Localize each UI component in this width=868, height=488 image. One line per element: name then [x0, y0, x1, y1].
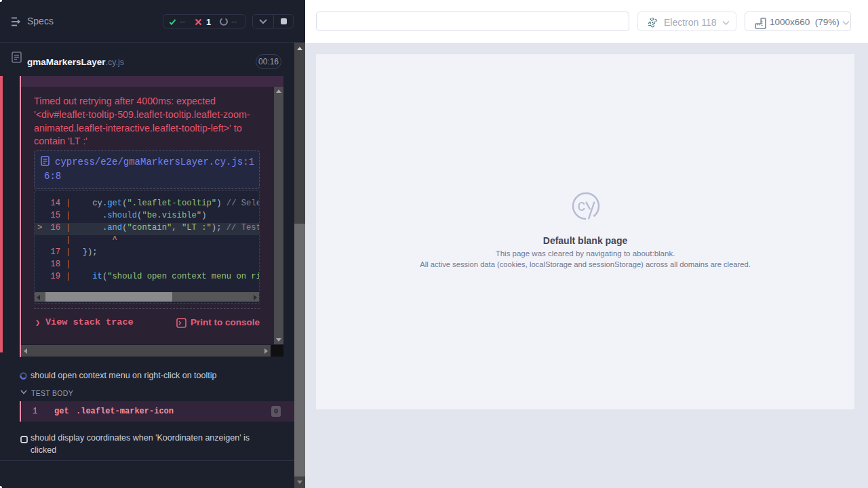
- svg-text:c: c: [578, 197, 586, 214]
